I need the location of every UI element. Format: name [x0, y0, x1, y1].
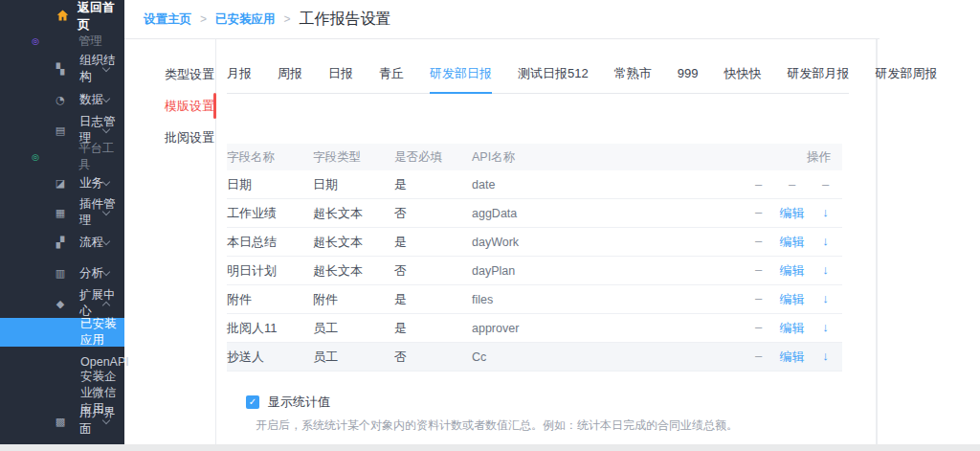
- tab-test-daily-512[interactable]: 测试日报512: [518, 64, 589, 93]
- move-down-icon[interactable]: ↓: [809, 262, 842, 280]
- sidebar-item-label: 分析: [79, 265, 103, 282]
- show-stats-label: 显示统计值: [268, 394, 330, 411]
- cell-field-type: 附件: [313, 291, 394, 308]
- tab-changshu[interactable]: 常熟市: [614, 64, 652, 93]
- tab-qingqiu[interactable]: 青丘: [379, 64, 404, 93]
- edit-button[interactable]: 编辑: [775, 205, 809, 222]
- breadcrumb-link-installed-apps[interactable]: 已安装应用: [215, 11, 276, 28]
- table-row: 本日总结 超长文本 是 dayWork – 编辑 ↓: [227, 228, 842, 257]
- sidebar-item-process[interactable]: ▞ 流程: [0, 228, 124, 257]
- extension-icon: ◆: [54, 298, 67, 310]
- sidebar-section-manage: ◎ 管理: [0, 27, 124, 56]
- business-icon: ◪: [54, 177, 67, 190]
- sidebar-item-label: 组织结构: [79, 53, 124, 85]
- tab-monthly[interactable]: 月报: [227, 64, 252, 93]
- sidebar-section-platform-tools: ◎ 平台工具: [0, 143, 124, 171]
- cell-field-type: 超长文本: [313, 234, 394, 251]
- settings-menu-template[interactable]: 模版设置: [124, 90, 215, 122]
- home-icon: [56, 9, 69, 25]
- cell-field-type: 日期: [313, 176, 394, 193]
- edit-button[interactable]: 编辑: [775, 262, 809, 280]
- tab-rd-monthly[interactable]: 研发部月报: [787, 64, 849, 93]
- op-dash: –: [742, 205, 775, 222]
- analysis-icon: ▥: [54, 267, 67, 280]
- breadcrumb-link-settings-home[interactable]: 设置主页: [144, 11, 191, 28]
- sidebar-subitem-installed-apps[interactable]: 已安装应用: [0, 318, 124, 347]
- ring-green-icon: ◎: [29, 152, 42, 162]
- tab-daily[interactable]: 日报: [328, 64, 353, 93]
- cell-required: 是: [394, 320, 472, 337]
- op-dash: –: [742, 349, 775, 366]
- sidebar-subitem-label: OpenAPI: [80, 355, 129, 369]
- sidebar-item-extension-center[interactable]: ◆ 扩展中心: [0, 289, 124, 318]
- table-row: 日期 日期 是 date – – –: [227, 170, 842, 199]
- sidebar-item-user-interface[interactable]: ▩ 用户界面: [0, 407, 124, 436]
- cell-field-type: 超长文本: [313, 262, 394, 280]
- sidebar: 返回首页 ◎ 管理 ▚ 组织结构 ◔ 数据 ▤ 日志管理 ◎ 平台工具 ◪ 业务…: [0, 0, 124, 444]
- cell-required: 是: [394, 176, 472, 193]
- move-down-icon[interactable]: ↓: [809, 320, 842, 337]
- sidebar-item-data[interactable]: ◔ 数据: [0, 85, 124, 114]
- op-dash: –: [775, 177, 809, 192]
- show-stats-description: 开启后，系统统计某个对象内的资料计数或者数值汇总。例如：统计本日完成的合同业绩总…: [256, 417, 849, 434]
- show-stats-checkbox[interactable]: ✓: [246, 395, 259, 409]
- main-content: 月报 周报 日报 青丘 研发部日报 测试日报512 常熟市 999 快快快 研发…: [227, 39, 849, 451]
- ring-purple-icon: ◎: [29, 36, 42, 46]
- cell-api-name: date: [472, 178, 732, 192]
- cell-api-name: approver: [472, 322, 732, 335]
- fields-table: 字段名称 字段类型 是否必填 API名称 操作 日期 日期 是 date – –…: [227, 144, 842, 372]
- col-header-ops: 操作: [732, 149, 842, 166]
- col-header-field-type: 字段类型: [313, 149, 394, 166]
- sidebar-item-analysis[interactable]: ▥ 分析: [0, 259, 124, 287]
- move-down-icon[interactable]: ↓: [809, 205, 842, 222]
- tab-rd-weekly[interactable]: 研发部周报: [875, 64, 937, 93]
- sidebar-subitem-install-wecom-app[interactable]: 安装企业微信应用: [0, 378, 124, 407]
- tab-kuaikuaikuai[interactable]: 快快快: [724, 64, 761, 93]
- breadcrumb-separator: >: [200, 12, 207, 26]
- op-dash: –: [742, 320, 775, 337]
- breadcrumb: 设置主页 > 已安装应用 > 工作报告设置: [124, 0, 980, 38]
- tab-999[interactable]: 999: [678, 64, 699, 93]
- edit-button[interactable]: 编辑: [775, 234, 809, 251]
- cell-field-name: 附件: [227, 291, 313, 308]
- tab-rd-daily[interactable]: 研发部日报: [430, 64, 492, 94]
- cell-field-name: 工作业绩: [227, 205, 313, 222]
- cell-required: 否: [394, 349, 472, 366]
- settings-menu-review[interactable]: 批阅设置: [124, 122, 215, 153]
- sidebar-item-org-structure[interactable]: ▚ 组织结构: [0, 55, 124, 83]
- table-header-row: 字段名称 字段类型 是否必填 API名称 操作: [227, 144, 842, 170]
- col-header-api-name: API名称: [472, 149, 732, 166]
- ui-icon: ▩: [54, 416, 67, 428]
- report-type-tabs: 月报 周报 日报 青丘 研发部日报 测试日报512 常熟市 999 快快快 研发…: [227, 39, 849, 94]
- org-structure-icon: ▚: [54, 63, 67, 76]
- tab-weekly[interactable]: 周报: [278, 64, 302, 93]
- cell-field-name: 本日总结: [227, 234, 313, 251]
- sidebar-item-label: 流程: [79, 235, 103, 251]
- sidebar-item-business[interactable]: ◪ 业务: [0, 169, 124, 197]
- sidebar-subitem-label: 已安装应用: [80, 316, 124, 349]
- cell-field-type: 超长文本: [313, 205, 394, 222]
- settings-menu-type[interactable]: 类型设置: [124, 58, 215, 90]
- edit-button[interactable]: 编辑: [775, 349, 809, 366]
- edit-button[interactable]: 编辑: [775, 291, 809, 308]
- chevron-down-icon: [102, 237, 110, 245]
- process-icon: ▞: [54, 237, 67, 249]
- cell-field-name: 明日计划: [227, 262, 313, 280]
- cell-field-name: 日期: [227, 176, 313, 193]
- move-down-icon[interactable]: ↓: [809, 234, 842, 251]
- edit-button[interactable]: 编辑: [775, 320, 809, 337]
- cell-field-type: 员工: [313, 349, 394, 366]
- sidebar-section-label: 管理: [78, 34, 102, 50]
- cell-api-name: dayWork: [472, 236, 732, 249]
- sidebar-item-label: 插件管理: [79, 196, 124, 229]
- cell-api-name: files: [472, 293, 732, 306]
- breadcrumb-separator: >: [284, 12, 291, 26]
- chevron-down-icon: [102, 268, 110, 276]
- chevron-down-icon: [102, 178, 110, 186]
- move-down-icon[interactable]: ↓: [809, 349, 842, 366]
- sidebar-item-plugin-manage[interactable]: ▦ 插件管理: [0, 198, 124, 227]
- op-dash: –: [742, 234, 775, 251]
- op-dash: –: [742, 291, 775, 308]
- cell-field-type: 员工: [313, 320, 394, 337]
- move-down-icon[interactable]: ↓: [809, 291, 842, 308]
